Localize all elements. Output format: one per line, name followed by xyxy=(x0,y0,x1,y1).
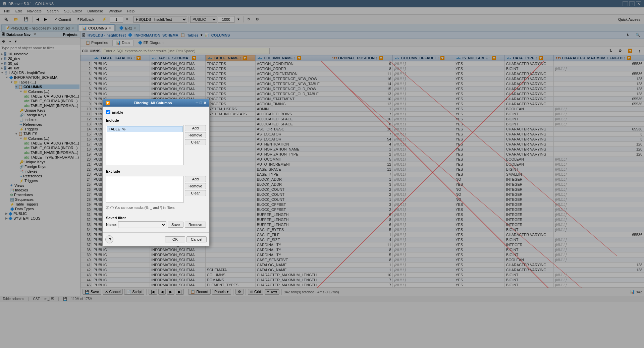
include-area: TABLE_% Add Remove Clear xyxy=(106,125,206,165)
enable-checkbox-row: Enable xyxy=(106,110,206,114)
include-add-btn[interactable]: Add xyxy=(185,125,206,131)
include-list-container: TABLE_% xyxy=(106,125,183,165)
modal-help-btn[interactable]: ? xyxy=(105,235,113,243)
enable-checkbox[interactable] xyxy=(106,110,110,114)
exclude-list[interactable] xyxy=(106,176,183,203)
saved-filter-row: Name: Save Remove xyxy=(106,221,206,228)
modal-ok-btn[interactable]: OK xyxy=(165,236,185,242)
modal-footer: ? OK Cancel xyxy=(103,232,209,246)
include-list[interactable]: TABLE_% xyxy=(106,125,183,165)
exclude-area: Add Remove Clear xyxy=(106,176,206,203)
modal-filter-icon: 🔽 xyxy=(105,101,110,105)
modal-body: Enable Include TABLE_% Add Remove Clear … xyxy=(103,107,209,232)
modal-maximize-btn[interactable]: □ xyxy=(200,101,202,105)
exclude-clear-btn[interactable]: Clear xyxy=(185,190,206,196)
saved-filter-label: Saved filter xyxy=(106,216,206,220)
remove-filter-btn[interactable]: Remove xyxy=(185,222,206,228)
exclude-add-btn[interactable]: Add xyxy=(185,176,206,182)
include-item-table-pct[interactable]: TABLE_% xyxy=(107,126,182,132)
exclude-buttons: Add Remove Clear xyxy=(185,176,206,203)
modal-footer-right: OK Cancel xyxy=(165,236,207,242)
modal-title-bar: 🔽 Filtering: All Columns ─ □ ✕ xyxy=(103,99,209,107)
modal-minimize-btn[interactable]: ─ xyxy=(196,101,199,105)
modal-close-btn[interactable]: ✕ xyxy=(203,101,207,105)
modal-overlay: 🔽 Filtering: All Columns ─ □ ✕ Enable In… xyxy=(0,0,644,348)
filter-hint: ⓘ ⓘ You can use masks (%, _ and *) in fi… xyxy=(106,206,206,210)
saved-filter-select[interactable] xyxy=(118,221,166,228)
modal-title-controls: ─ □ ✕ xyxy=(196,101,207,105)
filter-modal: 🔽 Filtering: All Columns ─ □ ✕ Enable In… xyxy=(102,99,210,246)
include-clear-btn[interactable]: Clear xyxy=(185,139,206,145)
exclude-remove-btn[interactable]: Remove xyxy=(185,183,206,189)
modal-title-text: Filtering: All Columns xyxy=(134,101,172,105)
exclude-section-label: Exclude xyxy=(106,169,206,173)
save-filter-btn[interactable]: Save xyxy=(168,222,183,228)
include-remove-btn[interactable]: Remove xyxy=(185,132,206,138)
hint-icon: ⓘ xyxy=(106,206,109,210)
include-section-label: Include xyxy=(106,118,206,122)
exclude-list-container xyxy=(106,176,183,203)
name-field-label: Name: xyxy=(106,223,117,227)
saved-filter-section: Saved filter Name: Save Remove xyxy=(106,213,206,228)
modal-cancel-btn[interactable]: Cancel xyxy=(186,236,207,242)
enable-label: Enable xyxy=(112,110,123,114)
include-buttons: Add Remove Clear xyxy=(185,125,206,165)
